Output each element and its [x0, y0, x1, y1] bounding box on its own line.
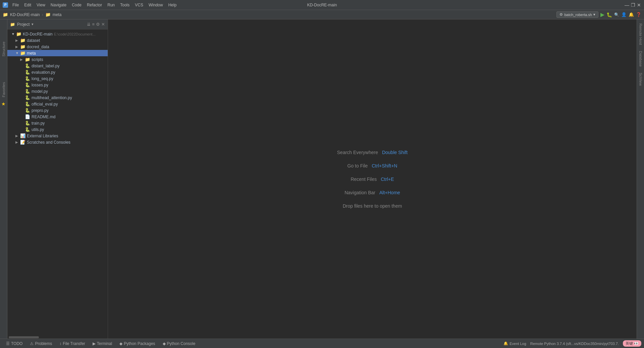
python-packages-icon: ◆: [119, 341, 122, 346]
tree-train[interactable]: 🐍 train.py: [7, 120, 108, 126]
loss-icon: 🐍: [25, 82, 30, 87]
database-tab[interactable]: Database: [638, 48, 644, 69]
tree-external-libs[interactable]: ▶ 📊 External Libraries: [7, 133, 108, 139]
menu-item-window[interactable]: Window: [146, 2, 165, 8]
project-header-icons: ⇊ ≡ ⚙ ✕: [87, 22, 105, 27]
dl-icon: 🐍: [25, 63, 30, 68]
menu-item-vcs[interactable]: VCS: [132, 2, 146, 8]
settings-icon[interactable]: ⚙: [96, 22, 100, 27]
profile-button[interactable]: 👤: [621, 12, 627, 17]
root-folder-icon: 📁: [16, 31, 21, 37]
python-packages-label: Python Packages: [124, 341, 155, 346]
favorites-tab[interactable]: Favorites: [1, 80, 7, 99]
menu-item-file[interactable]: File: [10, 2, 21, 8]
maximize-button[interactable]: ❐: [631, 3, 635, 7]
hint-search-text: Search Everywhere: [337, 150, 378, 155]
terminal-tab[interactable]: ▶ Terminal: [89, 340, 115, 347]
scroll-to-source-icon[interactable]: ≡: [92, 22, 95, 27]
utils-label: utils.py: [32, 127, 44, 132]
tree-losses[interactable]: 🐍 losses.py: [7, 82, 108, 88]
project-dropdown[interactable]: ▾: [32, 22, 34, 26]
scratch-arrow: ▶: [15, 140, 20, 144]
project-folder-icon: 📁: [10, 22, 15, 27]
close-panel-icon[interactable]: ✕: [101, 22, 105, 27]
python-console-icon: ◆: [163, 341, 166, 346]
collapse-all-icon[interactable]: ⇊: [87, 22, 91, 27]
bottom-bar: ☰ TODO ⚠ Problems ↕ File Transfer ▶ Term…: [0, 339, 644, 348]
scrollbar-thumb[interactable]: [9, 336, 39, 338]
scripts-label: scripts: [32, 57, 43, 62]
dataset-arrow: ▶: [15, 39, 20, 42]
mha-label: multihead_attention.py: [32, 95, 72, 100]
event-log-button[interactable]: 🔔 Event Log: [503, 341, 526, 346]
tree-scratches[interactable]: ▶ 📝 Scratches and Consoles: [7, 139, 108, 145]
tree-root[interactable]: ▼ 📁 KD-DocRE-main E:\code\2022Document..…: [7, 31, 108, 37]
meta-icon: 📁: [20, 51, 25, 56]
structure-tab[interactable]: Structure: [1, 40, 7, 59]
favorites-star[interactable]: ★: [1, 101, 6, 107]
tree-scripts[interactable]: ▶ 📁 scripts: [7, 56, 108, 63]
tree-multihead[interactable]: 🐍 multihead_attention.py: [7, 94, 108, 101]
remote-host-tab[interactable]: Remote Host: [638, 21, 644, 48]
tree-docred-data[interactable]: ▶ 📁 docred_data: [7, 44, 108, 50]
help-icon: ❓: [636, 12, 641, 17]
menu-item-refactor[interactable]: Refactor: [85, 2, 104, 8]
run-config-dropdown[interactable]: ⚙ batch_roberta.sh ▾: [556, 11, 598, 18]
loss-label: losses.py: [32, 83, 48, 87]
tree-prepro[interactable]: 🐍 prepro.py: [7, 107, 108, 114]
run-button[interactable]: ▶: [600, 11, 604, 18]
minimize-button[interactable]: —: [625, 3, 629, 7]
menu-item-view[interactable]: View: [34, 2, 48, 8]
docred-arrow: ▶: [15, 45, 20, 49]
menu-item-help[interactable]: Help: [166, 2, 179, 8]
app-icon: P: [3, 2, 8, 8]
folder-breadcrumb[interactable]: meta: [53, 12, 62, 17]
remote-python-status: Remote Python 3.7.4 (sft...vs/KDDoc350mi…: [530, 342, 619, 346]
tree-meta[interactable]: ▼ 📁 meta: [7, 50, 108, 56]
tree-distant-label[interactable]: 🐍 distant_label.py: [7, 63, 108, 69]
sciview-tab[interactable]: SciView: [638, 70, 644, 88]
search-button[interactable]: 🔍: [614, 12, 619, 17]
meta-label: meta: [27, 51, 36, 56]
ext-icon: 📊: [20, 133, 25, 138]
todo-tab[interactable]: ☰ TODO: [3, 340, 26, 347]
docred-icon: 📁: [20, 44, 25, 49]
python-packages-tab[interactable]: ◆ Python Packages: [116, 340, 158, 347]
event-log-label: Event Log: [509, 342, 526, 346]
model-icon: 🐍: [25, 89, 30, 94]
close-button[interactable]: ✕: [637, 3, 641, 7]
menu-item-edit[interactable]: Edit: [22, 2, 34, 8]
tree-official-eval[interactable]: 🐍 official_eval.py: [7, 101, 108, 107]
folder-breadcrumb-icon: 📁: [45, 12, 51, 17]
menu-item-code[interactable]: Code: [69, 2, 84, 8]
project-breadcrumb[interactable]: KD-DocRE-main: [10, 12, 40, 17]
tree-long-seq[interactable]: 🐍 long_seq.py: [7, 75, 108, 82]
tree-evaluation[interactable]: 🐍 evaluation.py: [7, 69, 108, 75]
hint-recent-text: Recent Files: [351, 177, 377, 182]
main-layout: Structure Favorites ★ 📁 Project ▾ ⇊ ≡ ⚙ …: [0, 19, 644, 339]
readme-label: README.md: [32, 115, 55, 119]
ext-arrow: ▶: [15, 134, 20, 138]
ls-label: long_seq.py: [32, 76, 53, 81]
tree-utils[interactable]: 🐍 utils.py: [7, 126, 108, 133]
hint-goto: Go to File Ctrl+Shift+N: [347, 163, 397, 168]
readme-icon: 📄: [25, 114, 30, 119]
tree-model[interactable]: 🐍 model.py: [7, 88, 108, 94]
python-console-tab[interactable]: ◆ Python Console: [159, 340, 199, 347]
tree-dataset[interactable]: ▶ 📁 dataset: [7, 37, 108, 44]
menu-item-run[interactable]: Run: [105, 2, 117, 8]
file-transfer-label: File Transfer: [63, 341, 85, 346]
mha-icon: 🐍: [25, 95, 30, 100]
menu-item-tools[interactable]: Tools: [118, 2, 132, 8]
scratch-icon: 📝: [20, 140, 25, 145]
window-controls: — ❐ ✕: [625, 3, 641, 7]
utils-icon: 🐍: [25, 127, 30, 132]
menu-item-navigate[interactable]: Navigate: [48, 2, 69, 8]
debug-button[interactable]: 🐛: [606, 12, 612, 17]
tree-readme[interactable]: 📄 README.md: [7, 114, 108, 120]
problems-icon: ⚠: [30, 341, 34, 346]
problems-tab[interactable]: ⚠ Problems: [26, 340, 55, 347]
prepro-icon: 🐍: [25, 108, 30, 113]
dl-label: distant_label.py: [32, 64, 59, 68]
file-transfer-tab[interactable]: ↕ File Transfer: [56, 340, 89, 347]
